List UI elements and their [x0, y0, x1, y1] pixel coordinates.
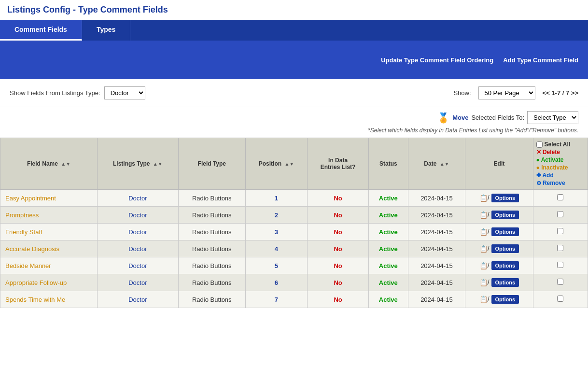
add-plus-icon: ✚ — [536, 172, 541, 179]
listings-type-select[interactable]: Doctor Hospital Dentist — [104, 86, 145, 99]
selected-fields-to-label: Selected Fields To: — [471, 114, 524, 121]
cell-field-name: Bedside Manner — [0, 257, 98, 274]
row-checkbox[interactable] — [557, 262, 563, 268]
cell-in-data-entries: No — [308, 224, 369, 240]
edit-icon[interactable]: 📋/ — [479, 262, 490, 269]
controls-left: Show Fields From Listings Type: Doctor H… — [10, 86, 145, 99]
col-header-field-type: Field Type — [178, 138, 245, 190]
cell-date: 2024-04-15 — [408, 291, 465, 308]
cell-edit: 📋/ Options — [465, 224, 533, 240]
options-button[interactable]: Options — [491, 278, 519, 287]
col-header-field-name: Field Name ▲▼ — [0, 138, 98, 190]
tab-types[interactable]: Types — [82, 20, 130, 41]
inactivate-row: ● Inactivate — [536, 164, 568, 171]
row-checkbox[interactable] — [557, 228, 563, 234]
cell-position: 5 — [245, 257, 307, 274]
listings-type-link[interactable]: Doctor — [128, 262, 147, 269]
edit-icon[interactable]: 📋/ — [479, 279, 490, 286]
cell-field-type: Radio Buttons — [178, 224, 245, 240]
activate-link[interactable]: Activate — [541, 156, 564, 163]
select-all-label: Select All — [545, 141, 571, 148]
cell-in-data-entries: No — [308, 240, 369, 257]
update-ordering-link[interactable]: Update Type Comment Field Ordering — [381, 56, 493, 64]
sort-arrows-date[interactable]: ▲▼ — [440, 161, 449, 167]
row-checkbox[interactable] — [557, 211, 563, 217]
per-page-select[interactable]: 50 Per Page 25 Per Page 100 Per Page — [478, 86, 535, 99]
cell-listings-type: Doctor — [98, 291, 179, 308]
cell-date: 2024-04-15 — [408, 224, 465, 240]
cell-status: Active — [369, 257, 408, 274]
cell-checkbox — [533, 224, 588, 240]
listings-type-link[interactable]: Doctor — [128, 245, 147, 253]
listings-type-link[interactable]: Doctor — [128, 279, 147, 286]
cell-status: Active — [369, 240, 408, 257]
edit-icon[interactable]: 📋/ — [479, 194, 490, 202]
options-button[interactable]: Options — [491, 211, 519, 219]
sort-arrows-position[interactable]: ▲▼ — [284, 161, 294, 167]
cell-edit: 📋/ Options — [465, 207, 533, 224]
listings-type-link[interactable]: Doctor — [128, 195, 147, 202]
cell-status: Active — [369, 224, 408, 240]
move-icon: 🏅 — [437, 112, 449, 124]
add-link[interactable]: Add — [542, 172, 553, 179]
move-link[interactable]: Move — [452, 114, 468, 121]
col-header-position: Position ▲▼ — [245, 138, 307, 190]
tab-comment-fields[interactable]: Comment Fields — [0, 20, 82, 41]
edit-icon[interactable]: 📋/ — [479, 228, 490, 236]
add-field-link[interactable]: Add Type Comment Field — [503, 56, 578, 64]
col-header-in-data-entries: In DataEntries List? — [308, 138, 369, 190]
listings-type-link[interactable]: Doctor — [128, 228, 147, 236]
table-row: Accurate Diagnosis Doctor Radio Buttons … — [0, 240, 588, 257]
cell-edit: 📋/ Options — [465, 257, 533, 274]
row-checkbox[interactable] — [557, 279, 563, 285]
cell-checkbox — [533, 274, 588, 291]
sort-arrows-listings-type[interactable]: ▲▼ — [153, 161, 163, 167]
cell-listings-type: Doctor — [98, 207, 179, 224]
remove-row: ⊖ Remove — [536, 180, 565, 186]
options-button[interactable]: Options — [491, 227, 519, 236]
row-checkbox[interactable] — [557, 245, 563, 251]
cell-field-type: Radio Buttons — [178, 240, 245, 257]
edit-icon[interactable]: 📋/ — [479, 211, 490, 219]
edit-icon[interactable]: 📋/ — [479, 296, 490, 303]
cell-checkbox — [533, 207, 588, 224]
edit-icon[interactable]: 📋/ — [479, 245, 490, 253]
cell-status: Active — [369, 274, 408, 291]
options-button[interactable]: Options — [491, 261, 519, 270]
col-header-edit: Edit — [465, 138, 533, 190]
select-all-checkbox[interactable] — [536, 141, 543, 148]
cell-edit: 📋/ Options — [465, 274, 533, 291]
cell-position: 2 — [245, 207, 307, 224]
cell-in-data-entries: No — [308, 274, 369, 291]
cell-date: 2024-04-15 — [408, 257, 465, 274]
listings-type-link[interactable]: Doctor — [128, 296, 147, 303]
row-checkbox[interactable] — [557, 296, 563, 302]
cell-listings-type: Doctor — [98, 224, 179, 240]
cell-date: 2024-04-15 — [408, 274, 465, 291]
add-row: ✚ Add — [536, 172, 554, 179]
table-row: Friendly Staff Doctor Radio Buttons 3 No… — [0, 224, 588, 240]
options-button[interactable]: Options — [491, 295, 519, 304]
inactivate-circle-icon: ● — [536, 164, 540, 171]
remove-link[interactable]: Remove — [543, 180, 565, 186]
options-button[interactable]: Options — [491, 244, 519, 253]
listings-type-link[interactable]: Doctor — [128, 212, 147, 219]
delete-row: ✕ Delete — [536, 149, 560, 155]
cell-field-type: Radio Buttons — [178, 291, 245, 308]
delete-link[interactable]: Delete — [543, 149, 560, 155]
table-row: Promptness Doctor Radio Buttons 2 No Act… — [0, 207, 588, 224]
table-row: Easy Appointment Doctor Radio Buttons 1 … — [0, 190, 588, 207]
main-table: Field Name ▲▼ Listings Type ▲▼ Field Typ… — [0, 138, 588, 308]
sort-arrows-field-name[interactable]: ▲▼ — [61, 161, 70, 167]
cell-position: 1 — [245, 190, 307, 207]
table-body: Easy Appointment Doctor Radio Buttons 1 … — [0, 190, 588, 308]
options-button[interactable]: Options — [491, 194, 519, 202]
table-row: Spends Time with Me Doctor Radio Buttons… — [0, 291, 588, 308]
select-type-select[interactable]: Select Type Doctor Hospital Dentist — [527, 111, 578, 124]
cell-status: Active — [369, 190, 408, 207]
row-checkbox[interactable] — [557, 194, 563, 200]
table-row: Appropriate Follow-up Doctor Radio Butto… — [0, 274, 588, 291]
col-header-actions: Select All ✕ Delete ● Activate ● Inact — [533, 138, 588, 190]
inactivate-link[interactable]: Inactivate — [541, 164, 568, 171]
cell-field-type: Radio Buttons — [178, 190, 245, 207]
